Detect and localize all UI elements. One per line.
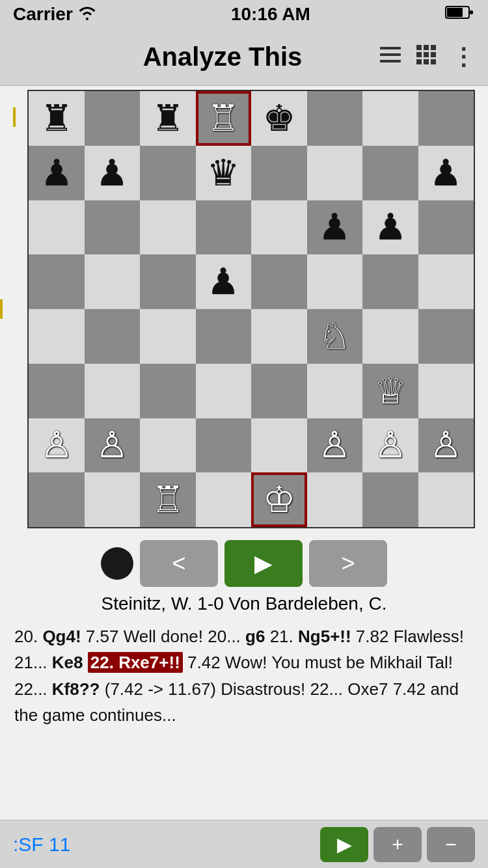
square-b6[interactable] bbox=[85, 200, 141, 255]
square-e5[interactable] bbox=[251, 254, 307, 309]
square-g3[interactable]: ♕ bbox=[362, 364, 418, 418]
square-f3[interactable] bbox=[307, 364, 363, 418]
square-g2[interactable]: ♙ bbox=[362, 418, 418, 473]
piece-e8: ♚ bbox=[263, 100, 295, 137]
piece-b2: ♙ bbox=[96, 427, 128, 463]
square-g5[interactable] bbox=[362, 254, 418, 309]
square-e6[interactable] bbox=[251, 200, 307, 255]
square-h3[interactable] bbox=[418, 364, 474, 418]
square-h8[interactable] bbox=[418, 91, 474, 146]
square-a8[interactable]: ♜ bbox=[29, 91, 85, 146]
square-e4[interactable] bbox=[251, 309, 307, 364]
square-f8[interactable] bbox=[307, 91, 363, 146]
analysis-bold: Qg4! bbox=[42, 627, 81, 646]
square-c5[interactable] bbox=[140, 254, 196, 309]
square-e1[interactable]: ♔ bbox=[251, 472, 307, 527]
piece-g3: ♕ bbox=[374, 373, 407, 409]
bottom-minus-button[interactable]: − bbox=[427, 827, 475, 862]
square-c6[interactable] bbox=[140, 200, 196, 255]
square-a2[interactable]: ♙ bbox=[29, 418, 85, 473]
square-b1[interactable] bbox=[85, 472, 141, 527]
square-a3[interactable] bbox=[29, 364, 85, 418]
square-b7[interactable]: ♟ bbox=[85, 146, 141, 200]
more-icon[interactable]: ⋮ bbox=[452, 44, 475, 71]
square-f5[interactable] bbox=[307, 254, 363, 309]
piece-e1: ♔ bbox=[263, 481, 295, 518]
piece-d5: ♟ bbox=[207, 264, 239, 300]
wifi-icon bbox=[78, 4, 96, 25]
square-d8[interactable]: ♖ bbox=[196, 91, 252, 146]
play-button[interactable]: ▶ bbox=[224, 540, 303, 587]
square-e7[interactable] bbox=[251, 146, 307, 200]
square-g7[interactable] bbox=[362, 146, 418, 200]
piece-h2: ♙ bbox=[429, 427, 462, 463]
bottom-play-button[interactable]: ▶ bbox=[320, 827, 368, 862]
square-b4[interactable] bbox=[85, 309, 141, 364]
square-e3[interactable] bbox=[251, 364, 307, 418]
square-a7[interactable]: ♟ bbox=[29, 146, 85, 200]
status-time: 10:16 AM bbox=[231, 4, 310, 25]
square-c2[interactable] bbox=[140, 418, 196, 473]
square-c8[interactable]: ♜ bbox=[140, 91, 196, 146]
square-d3[interactable] bbox=[196, 364, 252, 418]
square-b3[interactable] bbox=[85, 364, 141, 418]
square-g8[interactable] bbox=[362, 91, 418, 146]
square-g6[interactable]: ♟ bbox=[362, 200, 418, 255]
bottom-plus-button[interactable]: + bbox=[373, 827, 422, 862]
list-view-icon[interactable] bbox=[380, 45, 401, 69]
svg-rect-8 bbox=[424, 45, 429, 50]
square-d5[interactable]: ♟ bbox=[196, 254, 252, 309]
rank-labels bbox=[13, 90, 27, 528]
square-b2[interactable]: ♙ bbox=[85, 418, 141, 473]
analysis-bold: g6 bbox=[245, 627, 265, 646]
square-d2[interactable] bbox=[196, 418, 252, 473]
svg-rect-4 bbox=[380, 53, 401, 56]
square-d7[interactable]: ♛ bbox=[196, 146, 252, 200]
square-a4[interactable] bbox=[29, 309, 85, 364]
piece-d8: ♖ bbox=[207, 100, 239, 137]
square-f7[interactable] bbox=[307, 146, 363, 200]
square-h2[interactable]: ♙ bbox=[418, 418, 474, 473]
square-f2[interactable]: ♙ bbox=[307, 418, 363, 473]
square-f1[interactable] bbox=[307, 472, 363, 527]
square-e2[interactable] bbox=[251, 418, 307, 473]
svg-rect-2 bbox=[470, 10, 473, 14]
square-c7[interactable] bbox=[140, 146, 196, 200]
square-c1[interactable]: ♖ bbox=[140, 472, 196, 527]
square-g1[interactable] bbox=[362, 472, 418, 527]
piece-f6: ♟ bbox=[318, 209, 351, 245]
svg-rect-12 bbox=[431, 52, 436, 57]
chess-board[interactable]: ♜♜♖♚♟♟♛♟♟♟♟♘♕♙♙♙♙♙♖♔ bbox=[27, 90, 475, 528]
analysis-bold: Kf8?? bbox=[52, 679, 100, 699]
square-d1[interactable] bbox=[196, 472, 252, 527]
sf-link[interactable]: :SF 11 bbox=[13, 834, 70, 856]
square-h5[interactable] bbox=[418, 254, 474, 309]
svg-rect-10 bbox=[416, 52, 422, 57]
square-c3[interactable] bbox=[140, 364, 196, 418]
piece-c1: ♖ bbox=[152, 481, 184, 518]
square-h4[interactable] bbox=[418, 309, 474, 364]
svg-rect-11 bbox=[424, 52, 429, 57]
square-b5[interactable] bbox=[85, 254, 141, 309]
square-a5[interactable] bbox=[29, 254, 85, 309]
piece-g6: ♟ bbox=[374, 209, 407, 245]
square-h6[interactable] bbox=[418, 200, 474, 255]
square-d6[interactable] bbox=[196, 200, 252, 255]
square-a6[interactable] bbox=[29, 200, 85, 255]
analysis-text: 20. Qg4! 7.57 Well done! 20... g6 21. Ng… bbox=[14, 623, 474, 728]
nav-icons: ⋮ bbox=[380, 44, 475, 71]
prev-button[interactable]: < bbox=[140, 540, 218, 587]
square-g4[interactable] bbox=[362, 309, 418, 364]
square-f4[interactable]: ♘ bbox=[307, 309, 363, 364]
square-h1[interactable] bbox=[418, 472, 474, 527]
square-a1[interactable] bbox=[29, 472, 85, 527]
next-button[interactable]: > bbox=[309, 540, 387, 587]
square-c4[interactable] bbox=[140, 309, 196, 364]
square-f6[interactable]: ♟ bbox=[307, 200, 363, 255]
square-d4[interactable] bbox=[196, 309, 252, 364]
grid-view-icon[interactable] bbox=[416, 45, 436, 70]
battery-icon bbox=[445, 5, 475, 24]
square-e8[interactable]: ♚ bbox=[251, 91, 307, 146]
square-h7[interactable]: ♟ bbox=[418, 146, 474, 200]
square-b8[interactable] bbox=[85, 91, 141, 146]
